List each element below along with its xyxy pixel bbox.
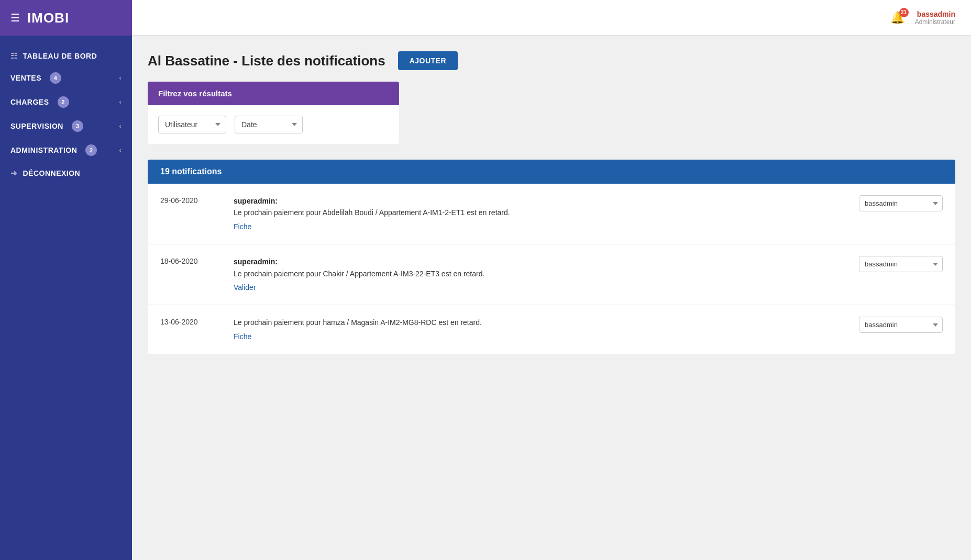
- add-button[interactable]: AJOUTER: [398, 51, 458, 70]
- sidebar-nav: ☷ TABLEAU DE BORD VENTES 4 ‹ CHARGES 2 ‹…: [0, 36, 132, 193]
- notification-row: 13-06-2020 Le prochain paiement pour ham…: [148, 305, 955, 354]
- bell-container[interactable]: 🔔 21: [890, 11, 904, 25]
- notif-link[interactable]: Fiche: [234, 331, 848, 342]
- filter-box: Filtrez vos résultats Utilisateur Date: [148, 82, 399, 144]
- logout-icon: ➜: [10, 169, 18, 178]
- sidebar-item-deconnexion[interactable]: ➜ DÉCONNEXION: [0, 162, 132, 184]
- sidebar-item-label: TABLEAU DE BORD: [23, 52, 97, 60]
- notification-row: 18-06-2020 superadmin: Le prochain paiem…: [148, 244, 955, 305]
- main-container: 🔔 21 bassadmin Administrateur Al Bassati…: [132, 0, 971, 560]
- notif-assign: bassadmin: [859, 195, 943, 211]
- user-info: bassadmin Administrateur: [915, 10, 955, 26]
- notif-message: Le prochain paiement pour hamza / Magasi…: [234, 318, 482, 327]
- utilisateur-select[interactable]: Utilisateur: [158, 116, 226, 133]
- notif-date: 18-06-2020: [160, 256, 223, 265]
- sidebar-item-label: CHARGES: [10, 98, 49, 106]
- notif-message: Le prochain paiement pour Abdelilah Boud…: [234, 208, 510, 217]
- notification-badge: 21: [899, 8, 909, 17]
- notif-date: 29-06-2020: [160, 195, 223, 205]
- notif-content: superadmin: Le prochain paiement pour Ch…: [234, 256, 848, 293]
- notifications-section: 19 notifications 29-06-2020 superadmin: …: [148, 160, 955, 354]
- sidebar-item-label: SUPERVISION: [10, 122, 63, 130]
- chevron-right-icon: ‹: [119, 147, 122, 154]
- assign-select[interactable]: bassadmin: [859, 317, 943, 333]
- page-header: Al Bassatine - Liste des notifications A…: [148, 51, 955, 70]
- content-area: Al Bassatine - Liste des notifications A…: [132, 36, 971, 560]
- chevron-right-icon: ‹: [119, 98, 122, 106]
- chevron-right-icon: ‹: [119, 74, 122, 82]
- date-select[interactable]: Date: [235, 116, 303, 133]
- notif-sender: superadmin:: [234, 197, 278, 205]
- page-title: Al Bassatine - Liste des notifications: [148, 53, 385, 69]
- sidebar-item-label: ADMINISTRATION: [10, 146, 77, 154]
- sidebar-item-label: VENTES: [10, 74, 41, 82]
- notif-content: superadmin: Le prochain paiement pour Ab…: [234, 195, 848, 232]
- user-role: Administrateur: [915, 18, 955, 26]
- notif-date: 13-06-2020: [160, 317, 223, 326]
- administration-badge: 2: [85, 144, 97, 156]
- sidebar-item-charges[interactable]: CHARGES 2 ‹: [0, 90, 132, 114]
- notif-sender: superadmin:: [234, 257, 278, 266]
- sidebar-item-supervision[interactable]: SUPERVISION 3 ‹: [0, 114, 132, 138]
- sidebar-item-label: DÉCONNEXION: [23, 169, 81, 177]
- notif-content: Le prochain paiement pour hamza / Magasi…: [234, 317, 848, 342]
- notifications-count: 19 notifications: [148, 160, 955, 184]
- sidebar-item-administration[interactable]: ADMINISTRATION 2 ‹: [0, 138, 132, 162]
- chevron-right-icon: ‹: [119, 122, 122, 130]
- sidebar-item-ventes[interactable]: VENTES 4 ‹: [0, 66, 132, 90]
- ventes-badge: 4: [50, 72, 61, 84]
- sidebar-header: ☰ IMOBI: [0, 0, 132, 36]
- user-name: bassadmin: [915, 10, 955, 18]
- notif-message: Le prochain paiement pour Chakir / Appar…: [234, 270, 484, 278]
- topbar: 🔔 21 bassadmin Administrateur: [132, 0, 971, 36]
- sidebar-logo: IMOBI: [27, 10, 69, 26]
- sidebar: ☰ IMOBI ☷ TABLEAU DE BORD VENTES 4 ‹ CHA…: [0, 0, 132, 560]
- notif-assign: bassadmin: [859, 256, 943, 272]
- filter-header: Filtrez vos résultats: [148, 82, 399, 105]
- charges-badge: 2: [58, 96, 69, 108]
- hamburger-icon[interactable]: ☰: [10, 12, 20, 24]
- dashboard-icon: ☷: [10, 51, 18, 61]
- sidebar-item-tableau-de-bord[interactable]: ☷ TABLEAU DE BORD: [0, 44, 132, 66]
- notif-link[interactable]: Fiche: [234, 221, 848, 232]
- filter-body: Utilisateur Date: [148, 105, 399, 144]
- notif-link[interactable]: Valider: [234, 282, 848, 293]
- notif-assign: bassadmin: [859, 317, 943, 333]
- assign-select[interactable]: bassadmin: [859, 256, 943, 272]
- assign-select[interactable]: bassadmin: [859, 195, 943, 211]
- supervision-badge: 3: [72, 120, 83, 132]
- notification-row: 29-06-2020 superadmin: Le prochain paiem…: [148, 184, 955, 244]
